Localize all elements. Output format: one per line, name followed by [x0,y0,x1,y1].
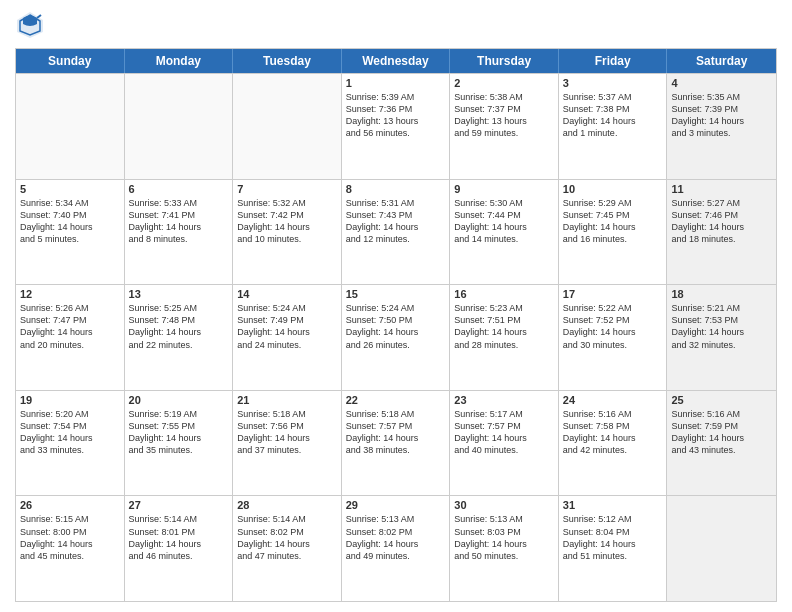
cell-info-line: Sunset: 7:51 PM [454,314,554,326]
cell-info-line: Sunrise: 5:29 AM [563,197,663,209]
cell-info-line: Daylight: 14 hours [563,221,663,233]
cell-info-line: Sunset: 7:36 PM [346,103,446,115]
cell-info-line: Sunrise: 5:33 AM [129,197,229,209]
cell-info-line: Daylight: 14 hours [237,432,337,444]
cell-info-line: Daylight: 14 hours [20,432,120,444]
cell-info-line: Daylight: 14 hours [563,432,663,444]
day-number: 31 [563,499,663,511]
cell-info-line: Daylight: 14 hours [454,432,554,444]
cell-info-line: and 16 minutes. [563,233,663,245]
logo [15,10,49,40]
cell-info-line: Daylight: 14 hours [346,326,446,338]
calendar-cell-empty-0-0 [16,74,125,179]
day-number: 30 [454,499,554,511]
cell-info-line: Sunrise: 5:35 AM [671,91,772,103]
calendar-cell-31: 31Sunrise: 5:12 AMSunset: 8:04 PMDayligh… [559,496,668,601]
day-number: 8 [346,183,446,195]
calendar-cell-29: 29Sunrise: 5:13 AMSunset: 8:02 PMDayligh… [342,496,451,601]
cell-info-line: Daylight: 14 hours [129,538,229,550]
day-number: 3 [563,77,663,89]
cell-info-line: Sunset: 7:44 PM [454,209,554,221]
cell-info-line: and 18 minutes. [671,233,772,245]
calendar-cell-22: 22Sunrise: 5:18 AMSunset: 7:57 PMDayligh… [342,391,451,496]
calendar-header: SundayMondayTuesdayWednesdayThursdayFrid… [16,49,776,73]
cell-info-line: Sunset: 7:42 PM [237,209,337,221]
calendar-cell-17: 17Sunrise: 5:22 AMSunset: 7:52 PMDayligh… [559,285,668,390]
cell-info-line: Sunset: 7:56 PM [237,420,337,432]
cell-info-line: Sunset: 7:48 PM [129,314,229,326]
cell-info-line: and 32 minutes. [671,339,772,351]
cell-info-line: Sunset: 7:40 PM [20,209,120,221]
cell-info-line: and 3 minutes. [671,127,772,139]
cell-info-line: Sunset: 8:03 PM [454,526,554,538]
cell-info-line: Sunrise: 5:34 AM [20,197,120,209]
cell-info-line: Daylight: 14 hours [129,432,229,444]
calendar-row-0: 1Sunrise: 5:39 AMSunset: 7:36 PMDaylight… [16,73,776,179]
cell-info-line: Sunrise: 5:21 AM [671,302,772,314]
cell-info-line: Daylight: 14 hours [563,115,663,127]
cell-info-line: Daylight: 14 hours [20,221,120,233]
day-number: 24 [563,394,663,406]
calendar-cell-empty-4-6 [667,496,776,601]
day-number: 28 [237,499,337,511]
day-number: 29 [346,499,446,511]
cell-info-line: Daylight: 14 hours [454,326,554,338]
cell-info-line: Sunset: 7:57 PM [454,420,554,432]
cell-info-line: and 49 minutes. [346,550,446,562]
cell-info-line: Sunset: 7:52 PM [563,314,663,326]
calendar-cell-6: 6Sunrise: 5:33 AMSunset: 7:41 PMDaylight… [125,180,234,285]
logo-icon [15,10,45,40]
calendar-cell-23: 23Sunrise: 5:17 AMSunset: 7:57 PMDayligh… [450,391,559,496]
cell-info-line: Sunrise: 5:23 AM [454,302,554,314]
calendar-cell-14: 14Sunrise: 5:24 AMSunset: 7:49 PMDayligh… [233,285,342,390]
calendar-cell-30: 30Sunrise: 5:13 AMSunset: 8:03 PMDayligh… [450,496,559,601]
day-number: 10 [563,183,663,195]
cell-info-line: and 5 minutes. [20,233,120,245]
calendar-cell-16: 16Sunrise: 5:23 AMSunset: 7:51 PMDayligh… [450,285,559,390]
calendar-cell-empty-0-1 [125,74,234,179]
cell-info-line: Daylight: 14 hours [671,432,772,444]
calendar-row-2: 12Sunrise: 5:26 AMSunset: 7:47 PMDayligh… [16,284,776,390]
cell-info-line: Sunset: 7:54 PM [20,420,120,432]
cell-info-line: Sunset: 8:01 PM [129,526,229,538]
cell-info-line: and 38 minutes. [346,444,446,456]
calendar-cell-3: 3Sunrise: 5:37 AMSunset: 7:38 PMDaylight… [559,74,668,179]
cell-info-line: and 35 minutes. [129,444,229,456]
calendar-cell-24: 24Sunrise: 5:16 AMSunset: 7:58 PMDayligh… [559,391,668,496]
cell-info-line: Sunrise: 5:38 AM [454,91,554,103]
calendar-cell-15: 15Sunrise: 5:24 AMSunset: 7:50 PMDayligh… [342,285,451,390]
cell-info-line: Daylight: 14 hours [129,221,229,233]
cell-info-line: and 10 minutes. [237,233,337,245]
cell-info-line: Daylight: 14 hours [671,221,772,233]
calendar: SundayMondayTuesdayWednesdayThursdayFrid… [15,48,777,602]
day-number: 19 [20,394,120,406]
cell-info-line: Sunrise: 5:32 AM [237,197,337,209]
calendar-cell-13: 13Sunrise: 5:25 AMSunset: 7:48 PMDayligh… [125,285,234,390]
cell-info-line: Sunrise: 5:12 AM [563,513,663,525]
cell-info-line: Sunset: 7:49 PM [237,314,337,326]
cell-info-line: Sunrise: 5:16 AM [671,408,772,420]
cell-info-line: Sunrise: 5:15 AM [20,513,120,525]
cell-info-line: Daylight: 14 hours [563,538,663,550]
cell-info-line: Daylight: 14 hours [454,538,554,550]
day-number: 26 [20,499,120,511]
cell-info-line: and 42 minutes. [563,444,663,456]
cell-info-line: Sunrise: 5:18 AM [237,408,337,420]
day-header-friday: Friday [559,49,668,73]
day-header-wednesday: Wednesday [342,49,451,73]
calendar-cell-10: 10Sunrise: 5:29 AMSunset: 7:45 PMDayligh… [559,180,668,285]
cell-info-line: Sunset: 7:46 PM [671,209,772,221]
cell-info-line: Sunrise: 5:24 AM [346,302,446,314]
day-number: 14 [237,288,337,300]
day-header-tuesday: Tuesday [233,49,342,73]
day-number: 22 [346,394,446,406]
cell-info-line: Sunrise: 5:14 AM [237,513,337,525]
calendar-cell-18: 18Sunrise: 5:21 AMSunset: 7:53 PMDayligh… [667,285,776,390]
cell-info-line: Daylight: 14 hours [237,538,337,550]
cell-info-line: Sunset: 7:53 PM [671,314,772,326]
day-number: 18 [671,288,772,300]
cell-info-line: Sunrise: 5:30 AM [454,197,554,209]
cell-info-line: and 22 minutes. [129,339,229,351]
calendar-cell-2: 2Sunrise: 5:38 AMSunset: 7:37 PMDaylight… [450,74,559,179]
cell-info-line: Sunrise: 5:31 AM [346,197,446,209]
